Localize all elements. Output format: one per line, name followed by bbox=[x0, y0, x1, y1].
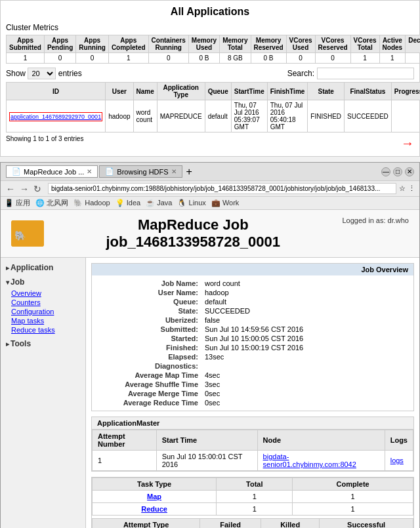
am-col-start: Start Time bbox=[156, 430, 257, 451]
forward-btn[interactable]: → bbox=[18, 184, 30, 194]
bookmark-java[interactable]: ☕ Java bbox=[146, 198, 172, 208]
metric-mem-used: 0 B bbox=[188, 53, 219, 64]
am-node-link[interactable]: bigdata-senior01.chybinmy.com:8042 bbox=[263, 453, 356, 468]
metric-header-apps-running: Apps Running bbox=[76, 35, 109, 53]
settings-icon[interactable]: ⋮ bbox=[408, 184, 415, 193]
app-type-cell: MAPREDUCE bbox=[157, 100, 205, 132]
metric-header-apps-submitted: Apps Submitted bbox=[7, 35, 45, 53]
tab2-close-btn[interactable]: ✕ bbox=[171, 168, 177, 175]
metric-vcores-used: 0 bbox=[286, 53, 315, 64]
task-row-map: Map 1 1 bbox=[93, 491, 413, 503]
metric-mem-total: 8 GB bbox=[220, 53, 251, 64]
sidebar-application-section: ▸ Application bbox=[6, 263, 80, 272]
table-row: application_1467689292970_0001 hadoop wo… bbox=[7, 100, 421, 132]
apps-col-state: State bbox=[308, 83, 345, 100]
task-type-map: Map bbox=[93, 491, 217, 503]
app-id-cell: application_1467689292970_0001 bbox=[7, 100, 106, 132]
address-bar[interactable] bbox=[48, 183, 396, 194]
app-master-title: ApplicationMaster bbox=[92, 417, 413, 430]
sidebar-link-configuration[interactable]: Configuration bbox=[11, 308, 80, 315]
browser-tabs: 📄 MapReduce Job ... ✕ 📄 Browsing HDFS ✕ … bbox=[6, 165, 192, 178]
entries-select[interactable]: 20 50 100 bbox=[28, 68, 56, 79]
metric-header-apps-pending: Apps Pending bbox=[44, 35, 75, 53]
job-title-block: MapReduce Job job_1468133958728_0001 bbox=[44, 216, 342, 251]
sidebar-tools-section: ▸ Tools bbox=[6, 339, 80, 348]
bookmark-star[interactable]: ☆ bbox=[399, 184, 406, 193]
new-tab-btn[interactable]: + bbox=[186, 166, 192, 178]
bookmark-work[interactable]: 💼 Work bbox=[211, 198, 240, 208]
refresh-btn[interactable]: ↻ bbox=[32, 184, 43, 194]
detail-row-queue: Queue: default bbox=[98, 298, 407, 306]
app-id-link[interactable]: application_1467689292970_0001 bbox=[9, 112, 102, 121]
attempt-col-killed: Killed bbox=[261, 519, 320, 529]
tab-label: MapReduce Job ... bbox=[24, 168, 84, 176]
back-btn[interactable]: ← bbox=[5, 184, 16, 194]
minimize-btn[interactable]: — bbox=[381, 167, 390, 176]
detail-label-started: Started: bbox=[98, 335, 203, 342]
metric-vcores-reserved: 0 bbox=[315, 53, 350, 64]
detail-label-avg-reduce: Average Reduce Time bbox=[98, 399, 203, 407]
bookmark-linux[interactable]: 🐧 Linux bbox=[177, 198, 205, 208]
job-page: 🐘 MapReduce Job job_1468133958728_0001 L… bbox=[1, 210, 419, 528]
detail-value-finished: Sun Jul 10 15:00:19 CST 2016 bbox=[205, 344, 407, 352]
bookmark-apps[interactable]: 📱 应用 bbox=[5, 198, 30, 208]
show-label: Show bbox=[6, 69, 26, 78]
detail-value-queue: default bbox=[205, 298, 407, 306]
metric-header-decom-nodes: Decommissioned Nodes bbox=[406, 35, 420, 53]
main-content: Job Overview Job Name: word count User N… bbox=[86, 258, 419, 528]
app-finish-cell: Thu, 07 Jul 2016 05:40:18 GMT bbox=[267, 100, 308, 132]
detail-label-avg-map: Average Map Time bbox=[98, 371, 203, 379]
apps-col-progress: Progress bbox=[391, 83, 420, 100]
show-entries-bar: Show 20 50 100 entries Search: bbox=[6, 68, 414, 79]
metric-containers: 0 bbox=[148, 53, 188, 64]
metric-header-active-nodes: Active Nodes bbox=[379, 35, 406, 53]
tab-mapreduce-job[interactable]: 📄 MapReduce Job ... ✕ bbox=[6, 165, 98, 178]
metric-header-vcores-reserved: VCores Reserved bbox=[315, 35, 350, 53]
detail-label-name: Job Name: bbox=[98, 279, 203, 287]
am-node: bigdata-senior01.chybinmy.com:8042 bbox=[257, 451, 385, 471]
bookmark-beifengwang[interactable]: 🌐 北风网 bbox=[35, 198, 68, 208]
reduce-type-link[interactable]: Reduce bbox=[141, 505, 167, 513]
detail-label-finished: Finished: bbox=[98, 344, 203, 352]
tab2-icon: 📄 bbox=[105, 167, 114, 176]
job-overview-section: Job Overview Job Name: word count User N… bbox=[91, 263, 414, 411]
show-entries-left: Show 20 50 100 entries bbox=[6, 68, 82, 79]
tab-browsing-hdfs[interactable]: 📄 Browsing HDFS ✕ bbox=[99, 165, 182, 178]
attempt-summary-table: Attempt Type Failed Killed Successful Ma… bbox=[92, 518, 413, 528]
browser-toolbar: ← → ↻ ☆ ⋮ bbox=[1, 181, 419, 197]
page-title: All Applications bbox=[6, 6, 414, 18]
detail-row-started: Started: Sun Jul 10 15:00:05 CST 2016 bbox=[98, 335, 407, 342]
bookmark-idea[interactable]: 💡 Idea bbox=[116, 198, 140, 208]
job-header: 🐘 MapReduce Job job_1468133958728_0001 L… bbox=[1, 210, 419, 258]
apps-table: ID User Name Application Type Queue Star… bbox=[6, 82, 420, 132]
attempt-col-failed: Failed bbox=[200, 519, 261, 529]
sidebar-link-reduce-tasks[interactable]: Reduce tasks bbox=[11, 326, 80, 334]
map-type-link[interactable]: Map bbox=[147, 493, 161, 500]
detail-value-avg-shuffle: 3sec bbox=[205, 380, 407, 388]
sidebar-link-overview[interactable]: Overview bbox=[11, 289, 80, 297]
job-title-line2: job_1468133958728_0001 bbox=[44, 234, 342, 251]
section-header-overview: Job Overview bbox=[92, 264, 413, 275]
sidebar-link-counters[interactable]: Counters bbox=[11, 298, 80, 306]
tab-close-btn[interactable]: ✕ bbox=[87, 168, 92, 175]
sidebar-link-map-tasks[interactable]: Map tasks bbox=[11, 317, 80, 325]
app-master-section: ApplicationMaster Attempt Number Start T… bbox=[91, 416, 414, 472]
sidebar-tools-title: ▸ Tools bbox=[6, 339, 80, 348]
metric-header-mem-reserved: Memory Reserved bbox=[251, 35, 286, 53]
close-btn[interactable]: ✕ bbox=[405, 167, 414, 176]
detail-label-avg-merge: Average Merge Time bbox=[98, 390, 203, 397]
tab2-label: Browsing HDFS bbox=[117, 168, 168, 176]
maximize-btn[interactable]: □ bbox=[393, 167, 402, 176]
detail-row-uberized: Uberized: false bbox=[98, 316, 407, 324]
cluster-metrics-table: Apps Submitted Apps Pending Apps Running… bbox=[6, 35, 420, 64]
nav-icons: ← → ↻ bbox=[5, 184, 43, 194]
metric-decom-nodes: 0 bbox=[406, 53, 420, 64]
login-info: Logged in as: dr.who bbox=[342, 216, 409, 224]
attempt-col-successful: Successful bbox=[320, 519, 413, 529]
metric-active-nodes: 1 bbox=[379, 53, 406, 64]
apps-col-type: Application Type bbox=[157, 83, 205, 100]
bookmark-hadoop[interactable]: 🐘 Hadoop bbox=[74, 198, 110, 208]
search-input[interactable] bbox=[317, 68, 414, 79]
detail-value-avg-reduce: 0sec bbox=[205, 399, 407, 407]
am-logs-link[interactable]: logs bbox=[390, 457, 404, 464]
